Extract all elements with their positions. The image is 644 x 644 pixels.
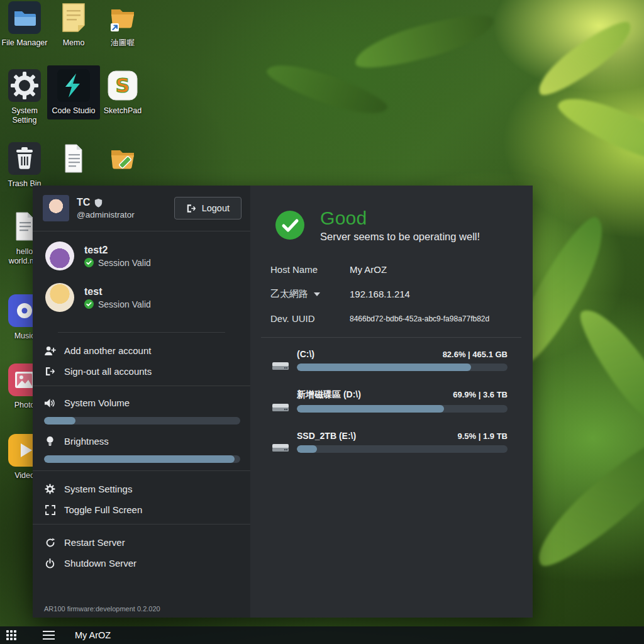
system-settings-button[interactable]: System Settings xyxy=(44,479,240,499)
desktop-icon-shortcut-folder[interactable]: 油圖喔 xyxy=(96,0,149,52)
disk-usage: 69.9% | 3.6 TB xyxy=(453,390,508,399)
session-status: Session Valid xyxy=(98,258,151,268)
account-row-test[interactable]: test Session Valid xyxy=(45,283,240,312)
server-status-subtitle: Server seems to be operating well! xyxy=(320,231,480,243)
restart-server-button[interactable]: Restart Server xyxy=(44,532,240,553)
hard-drive-icon xyxy=(272,441,289,453)
disk-usage-fill xyxy=(297,445,317,453)
account-row-test2[interactable]: test2 Session Valid xyxy=(45,242,240,270)
svg-text:S: S xyxy=(115,74,130,97)
file-manager-icon xyxy=(8,1,41,34)
shutdown-server-button[interactable]: Shutdown Server xyxy=(44,553,240,574)
restart-server-label: Restart Server xyxy=(64,537,125,548)
add-account-button[interactable]: Add another account xyxy=(44,340,240,361)
signout-all-label: Sign-out all accounts xyxy=(64,366,152,377)
desktop-icon-memo[interactable]: Memo xyxy=(47,0,100,52)
desktop-icon-code-studio[interactable]: Code Studio xyxy=(47,65,100,119)
account-avatar xyxy=(45,283,74,312)
uuid-row: Dev. UUID 8466bd72-bdb6-452a-abc9-fa98a7… xyxy=(270,313,508,324)
icon-label: Code Studio xyxy=(52,106,96,116)
user-header: TC @administrator Logout xyxy=(33,186,250,231)
power-icon xyxy=(44,558,56,569)
system-volume-slider[interactable] xyxy=(44,417,240,425)
server-status-title: Good xyxy=(320,208,480,229)
user-name: TC xyxy=(77,197,90,208)
trash-icon xyxy=(8,142,41,175)
system-settings-label: System Settings xyxy=(64,484,132,494)
desktop-icon-file-manager[interactable]: File Manager xyxy=(0,0,51,52)
document-icon xyxy=(57,142,90,175)
icon-label: Photo xyxy=(14,401,35,410)
disk-usage-bar xyxy=(297,445,508,453)
logout-button[interactable]: Logout xyxy=(174,197,242,219)
desktop-icon-sketchpad[interactable]: S SketchPad xyxy=(96,65,149,119)
volume-slider-fill xyxy=(44,417,75,425)
disk-usage-bar xyxy=(297,405,508,413)
logout-icon xyxy=(186,204,196,213)
shortcut-folder-icon xyxy=(106,1,139,34)
signout-all-button[interactable]: Sign-out all accounts xyxy=(44,361,240,382)
brightness-slider-fill xyxy=(44,455,235,463)
network-dropdown[interactable]: 乙太網路 xyxy=(270,288,350,300)
gear-icon xyxy=(44,484,56,494)
account-avatar xyxy=(45,242,74,270)
hard-drive-icon xyxy=(272,401,289,413)
menu-button[interactable] xyxy=(43,631,55,640)
disk-row-e: SSD_2TB (E:\) 9.5% | 1.9 TB xyxy=(272,431,508,453)
check-circle-icon xyxy=(84,258,94,267)
disk-usage-fill xyxy=(297,405,444,413)
desktop-icon-trash-bin[interactable]: Trash Bin xyxy=(0,138,51,192)
system-tray-panel: TC @administrator Logout xyxy=(33,186,533,618)
disk-name: SSD_2TB (E:\) xyxy=(297,431,356,441)
session-status: Session Valid xyxy=(98,299,151,309)
taskbar: My ArOZ xyxy=(0,626,644,644)
shutdown-server-label: Shutdown Server xyxy=(64,558,136,569)
desktop-icon-document[interactable] xyxy=(47,138,100,183)
uuid-label: Dev. UUID xyxy=(270,313,350,324)
account-name: test xyxy=(84,286,151,297)
hostname-label: Host Name xyxy=(270,264,350,275)
icon-label: 油圖喔 xyxy=(111,38,135,48)
brightness-slider[interactable] xyxy=(44,455,240,463)
disk-row-d: 新增磁碟區 (D:\) 69.9% | 3.6 TB xyxy=(272,389,508,413)
user-avatar xyxy=(43,195,69,221)
logout-label: Logout xyxy=(202,203,230,213)
disk-usage-fill xyxy=(297,364,471,371)
disk-name: (C:\) xyxy=(297,349,314,359)
folder-edit-icon xyxy=(106,142,139,175)
icon-label: Memo xyxy=(63,38,85,48)
check-circle-icon xyxy=(84,299,94,309)
memo-icon xyxy=(57,1,90,34)
taskbar-title: My ArOZ xyxy=(75,630,111,640)
desktop: File Manager Memo 油圖喔 xyxy=(0,0,644,644)
brightness-bulb-icon xyxy=(44,436,56,447)
desktop-icon-folder-edit[interactable] xyxy=(96,138,149,183)
toggle-fullscreen-button[interactable]: Toggle Full Screen xyxy=(44,499,240,520)
user-panel: TC @administrator Logout xyxy=(33,186,250,618)
speaker-icon xyxy=(44,398,56,408)
toggle-fullscreen-label: Toggle Full Screen xyxy=(64,504,142,515)
icon-label: Music xyxy=(14,331,35,341)
shield-icon xyxy=(94,198,103,208)
hostname-row: Host Name My ArOZ xyxy=(270,264,508,275)
icon-label: SketchPad xyxy=(104,106,142,116)
icon-label: File Manager xyxy=(2,38,48,48)
accounts-list: test2 Session Valid test xyxy=(33,231,250,327)
sketchpad-icon: S xyxy=(106,69,139,102)
restart-icon xyxy=(44,538,56,548)
disk-usage: 82.6% | 465.1 GB xyxy=(443,350,508,359)
gear-icon xyxy=(8,69,41,102)
app-launcher-button[interactable] xyxy=(6,630,16,640)
brightness-label: Brightness xyxy=(64,436,109,447)
icon-label: System Setting xyxy=(0,106,50,125)
disk-name: 新增磁碟區 (D:\) xyxy=(297,389,361,401)
status-ok-icon xyxy=(275,211,304,240)
person-plus-icon xyxy=(44,346,56,356)
icon-label: Video xyxy=(14,471,35,480)
account-name: test2 xyxy=(84,245,151,256)
desktop-icon-system-setting[interactable]: System Setting xyxy=(0,65,51,129)
volume-label: System Volume xyxy=(64,397,130,408)
fullscreen-icon xyxy=(44,505,56,515)
disk-usage: 9.5% | 1.9 TB xyxy=(457,431,508,441)
server-status-panel: Good Server seems to be operating well! … xyxy=(250,186,533,618)
